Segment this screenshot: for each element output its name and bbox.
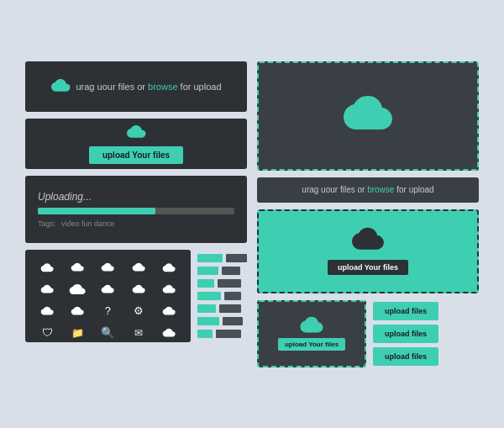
upload-your-files-button-teal-panel[interactable]: upload Your files [328, 260, 408, 275]
icon-cloud-5 [38, 280, 56, 299]
search-icon: 🔍 [98, 324, 117, 342]
right-column: urag uour files or browse for upload upl… [257, 61, 479, 367]
icon-cloud-4 [129, 258, 148, 277]
folder-icon: 📁 [68, 324, 87, 342]
cloud-12 [160, 302, 178, 320]
gear-icon: ⚙ [129, 302, 148, 320]
upload-files-btn-1[interactable]: upload files [373, 302, 438, 320]
icon-cloud-7 [98, 280, 117, 299]
bar-row-2 [197, 267, 247, 275]
question-icon: ? [98, 302, 117, 320]
icon-cloud-upload-1 [38, 258, 56, 277]
upload-files-btn-2[interactable]: upload files [373, 325, 438, 343]
bar-dark-3 [218, 279, 241, 288]
upload-files-btn-3[interactable]: upload files [373, 347, 438, 366]
uploading-label: Uploading... [38, 191, 234, 203]
icon-cloud-2 [68, 258, 87, 277]
dashed-upload-panel [257, 61, 479, 171]
icon-cloud-download [160, 258, 178, 277]
upload-your-files-button[interactable]: upload Your files [89, 146, 183, 164]
bar-row-7 [197, 330, 247, 338]
small-dashed-upload-panel: upload Your files [257, 300, 366, 367]
cloud-13 [160, 324, 178, 342]
progress-bars-panel [197, 250, 247, 342]
bar-dark-4 [224, 292, 241, 300]
drag-browse-text-row: urag uour files or browse for upload [257, 177, 479, 203]
icon-cloud-10 [38, 302, 56, 320]
uploading-progress-panel: Uploading... Tags: video fun dance [25, 176, 247, 243]
bar-dark-6 [223, 317, 243, 325]
cloud-icon-panel2 [126, 124, 146, 142]
bottom-right-row: upload Your files upload files upload fi… [257, 300, 479, 367]
teal-upload-panel: upload Your files [257, 209, 479, 293]
bar-teal-6 [197, 317, 219, 325]
bar-dark-7 [216, 330, 241, 338]
bar-dark-2 [222, 267, 240, 275]
small-upload-btn[interactable]: upload Your files [278, 338, 345, 351]
drag-browse-panel: urag uour files or browse for upload [25, 61, 247, 112]
cloud-icon-teal-panel [351, 227, 385, 256]
right-browse-link[interactable]: browse [367, 185, 394, 194]
bar-row-1 [197, 254, 247, 262]
bottom-left-row: ? ⚙ 🛡 📁 🔍 ✉ [25, 250, 247, 342]
icons-grid-panel: ? ⚙ 🛡 📁 🔍 ✉ [25, 250, 191, 342]
bar-teal-3 [197, 279, 214, 288]
icon-cloud-9 [160, 280, 178, 299]
bar-teal-4 [197, 292, 221, 300]
bar-teal-1 [197, 254, 223, 262]
icon-cloud-11 [68, 302, 87, 320]
bar-dark-1 [226, 254, 247, 262]
bar-row-4 [197, 292, 247, 300]
mail-icon: ✉ [129, 324, 148, 342]
progress-bar-background [38, 208, 234, 214]
bar-row-3 [197, 279, 247, 288]
cloud-icon-large [343, 95, 393, 137]
bar-teal-7 [197, 330, 213, 338]
bar-row-6 [197, 317, 247, 325]
left-column: urag uour files or browse for upload upl… [25, 61, 247, 367]
right-drag-text: urag uour files or browse for upload [302, 185, 433, 194]
upload-button-panel-dark: upload Your files [25, 119, 247, 169]
icon-cloud-8 [129, 280, 148, 299]
icon-cloud-3 [98, 258, 117, 277]
main-container: urag uour files or browse for upload upl… [8, 45, 496, 384]
browse-link[interactable]: browse [148, 82, 177, 92]
bar-teal-2 [197, 267, 218, 275]
drag-text: urag uour files or browse for upload [76, 82, 221, 92]
side-upload-buttons: upload files upload files upload files [373, 300, 438, 367]
progress-bar-fill [38, 208, 155, 214]
cloud-icon-small [50, 77, 71, 96]
icon-cloud-6 [68, 280, 87, 299]
shield-icon: 🛡 [38, 324, 56, 342]
bar-dark-5 [219, 304, 241, 313]
bar-teal-5 [197, 304, 216, 313]
bar-row-5 [197, 304, 247, 313]
tags-text: Tags: video fun dance [38, 219, 234, 228]
